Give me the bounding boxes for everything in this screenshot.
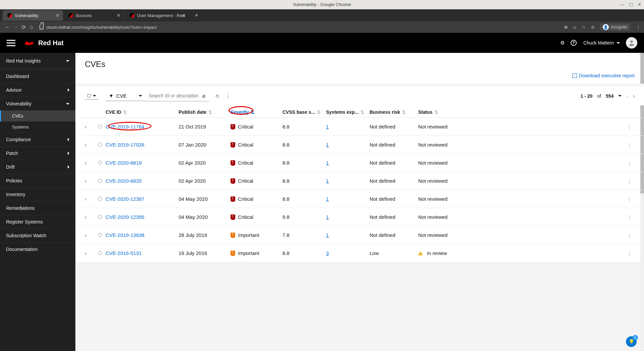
cast-icon[interactable]: ⎚ <box>591 24 594 30</box>
sidebar-item-systems[interactable]: Systems <box>0 121 75 133</box>
systems-link[interactable]: 1 <box>326 124 329 129</box>
systems-link[interactable]: 1 <box>326 214 329 220</box>
sidebar-item-remediations[interactable]: Remediations <box>0 201 75 215</box>
expand-row-icon[interactable]: › <box>85 142 86 148</box>
new-tab-button[interactable]: + <box>190 12 203 19</box>
reload-button[interactable]: ⟳ <box>19 24 27 30</box>
column-header-severity[interactable]: Severity ⇅ <box>231 109 282 115</box>
cve-link[interactable]: CVE-2019-11764 <box>106 124 144 129</box>
row-kebab-menu[interactable]: ⋮ <box>627 215 632 220</box>
sidebar-title[interactable]: Red Hat Insights <box>0 53 75 69</box>
chevron-down-icon[interactable] <box>618 95 622 97</box>
sidebar-item-documentation[interactable]: Documentation <box>0 242 75 256</box>
row-kebab-menu[interactable]: ⋮ <box>627 197 632 202</box>
bulk-select-dropdown[interactable] <box>85 92 99 100</box>
page-next-button[interactable]: › <box>633 93 635 99</box>
sidebar-item-drift[interactable]: Drift <box>0 160 75 174</box>
download-executive-report-link[interactable]: Download executive report <box>572 73 635 78</box>
export-icon[interactable]: ⎋ <box>216 93 219 99</box>
cve-link[interactable]: CVE-2019-17026 <box>106 142 144 148</box>
expand-row-icon[interactable]: › <box>85 160 86 166</box>
cve-link[interactable]: CVE-2020-12395 <box>106 214 144 220</box>
row-checkbox[interactable] <box>98 161 102 165</box>
help-fab[interactable]: 💡 5 <box>626 336 637 347</box>
user-menu[interactable]: Chuck Mattern <box>583 40 620 46</box>
systems-link[interactable]: 1 <box>326 232 329 238</box>
home-button[interactable]: ⌂ <box>27 24 36 30</box>
row-checkbox[interactable] <box>98 179 102 183</box>
row-kebab-menu[interactable]: ⋮ <box>627 124 632 129</box>
expand-row-icon[interactable]: › <box>85 196 86 202</box>
sidebar-item-inventory[interactable]: Inventory <box>0 187 75 201</box>
sidebar-item-vulnerability[interactable]: Vulnerability <box>0 97 75 110</box>
back-button[interactable]: ← <box>3 24 11 30</box>
settings-gear-icon[interactable]: ⚙ <box>560 40 565 46</box>
search-input[interactable] <box>147 92 200 99</box>
zoom-icon[interactable]: ⊕ <box>564 24 568 30</box>
sidebar-item-cves[interactable]: CVEs <box>0 110 75 121</box>
row-checkbox[interactable] <box>98 215 102 219</box>
row-kebab-menu[interactable]: ⋮ <box>627 143 632 148</box>
cve-link[interactable]: CVE-2016-5131 <box>106 250 142 256</box>
sidebar-item-policies[interactable]: Policies <box>0 174 75 187</box>
kebab-menu-icon[interactable]: ⋮ <box>225 93 231 99</box>
column-header-risk[interactable]: Business risk⇅ <box>370 109 418 115</box>
browser-tab[interactable]: Sources ✕ <box>64 10 124 21</box>
tab-close-icon[interactable]: ✕ <box>117 13 121 18</box>
cve-link[interactable]: CVE-2019-13638 <box>106 232 144 238</box>
redhat-logo[interactable]: Red Hat <box>23 39 64 47</box>
row-kebab-menu[interactable]: ⋮ <box>627 233 632 238</box>
search-box[interactable]: ⌕ <box>145 90 209 101</box>
systems-link[interactable]: 1 <box>326 142 329 148</box>
row-checkbox[interactable] <box>98 233 102 237</box>
column-header-cvss[interactable]: CVSS base s...⇅ <box>282 109 326 115</box>
chrome-menu-icon[interactable]: ⋮ <box>636 24 641 30</box>
row-checkbox[interactable] <box>98 124 102 128</box>
tab-close-icon[interactable]: ✕ <box>182 13 186 18</box>
page-prev-button[interactable]: ‹ <box>626 93 628 99</box>
column-header-date[interactable]: Publish date⇅ <box>179 109 231 115</box>
sidebar-item-dashboard[interactable]: Dashboard <box>0 69 75 83</box>
bookmark-star-icon[interactable]: ☆ <box>582 24 586 30</box>
column-header-systems[interactable]: Systems exp...⇅ <box>326 109 370 115</box>
systems-link[interactable]: 3 <box>326 250 329 256</box>
tab-close-icon[interactable]: ✕ <box>56 13 60 18</box>
cve-link[interactable]: CVE-2020-12387 <box>106 196 144 202</box>
browser-tab-active[interactable]: Vulnerability ✕ <box>3 10 63 21</box>
expand-row-icon[interactable]: › <box>85 178 86 184</box>
window-close-icon[interactable]: ✕ <box>638 2 641 7</box>
expand-row-icon[interactable]: › <box>85 214 86 220</box>
sidebar-item-patch[interactable]: Patch <box>0 146 75 160</box>
expand-row-icon[interactable]: › <box>85 232 86 238</box>
filter-type-select[interactable]: ▼ CVE <box>106 91 145 101</box>
row-kebab-menu[interactable]: ⋮ <box>627 179 632 184</box>
browser-tab[interactable]: User Management - Red ✕ <box>125 10 189 21</box>
window-maximize-icon[interactable]: ▢ <box>629 2 633 7</box>
sidebar-item-advisor[interactable]: Advisor <box>0 83 75 97</box>
systems-link[interactable]: 1 <box>326 178 329 184</box>
row-kebab-menu[interactable]: ⋮ <box>627 161 632 166</box>
help-icon[interactable]: ? <box>571 40 577 46</box>
sidebar-item-register-systems[interactable]: Register Systems <box>0 215 75 229</box>
eye-off-icon[interactable]: ⦸ <box>573 24 576 30</box>
avatar[interactable] <box>626 37 637 49</box>
forward-button[interactable]: → <box>11 24 19 30</box>
cve-link[interactable]: CVE-2020-6820 <box>106 178 142 184</box>
address-bar[interactable]: cloud.redhat.com/insights/vulnerability/… <box>40 25 560 30</box>
search-icon[interactable]: ⌕ <box>200 93 208 99</box>
systems-link[interactable]: 1 <box>326 196 329 202</box>
cve-link[interactable]: CVE-2020-6819 <box>106 160 142 166</box>
row-checkbox[interactable] <box>98 251 102 255</box>
window-minimize-icon[interactable]: — <box>620 2 624 7</box>
sidebar-item-compliance[interactable]: Compliance <box>0 133 75 146</box>
systems-link[interactable]: 1 <box>326 160 329 166</box>
expand-row-icon[interactable]: › <box>85 124 86 129</box>
row-checkbox[interactable] <box>98 143 102 147</box>
hamburger-menu-icon[interactable] <box>7 40 15 46</box>
column-header-status[interactable]: Status⇅ <box>418 109 625 115</box>
row-kebab-menu[interactable]: ⋮ <box>627 251 632 256</box>
column-header-cve[interactable]: CVE ID⇅ <box>106 109 179 115</box>
sidebar-item-subscription-watch[interactable]: Subscription Watch <box>0 229 75 242</box>
expand-row-icon[interactable]: › <box>85 250 86 256</box>
row-checkbox[interactable] <box>98 197 102 201</box>
